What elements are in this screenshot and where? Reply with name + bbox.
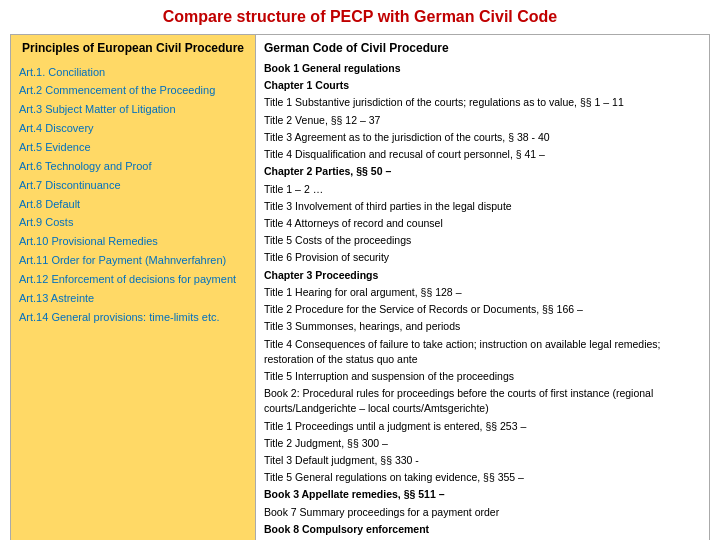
right-panel-header: German Code of Civil Procedure — [264, 41, 701, 55]
left-list-item[interactable]: Art.9 Costs — [19, 215, 247, 230]
right-content-line: Book 7 Summary proceedings for a payment… — [264, 505, 701, 520]
right-content-line: Title 4 Consequences of failure to take … — [264, 337, 701, 367]
left-list-item[interactable]: Art.10 Provisional Remedies — [19, 234, 247, 249]
right-content-line: Title 4 Disqualification and recusal of … — [264, 147, 701, 162]
right-content-line: Chapter 2 Parties, §§ 50 – — [264, 164, 701, 179]
right-content-line: Title 2 Judgment, §§ 300 – — [264, 436, 701, 451]
left-items-list: Art.1. ConciliationArt.2 Commencement of… — [19, 65, 247, 325]
right-content-line: Title 6 Provision of security — [264, 250, 701, 265]
page: Compare structure of PECP with German Ci… — [0, 0, 720, 540]
right-content-line: Title 1 Hearing for oral argument, §§ 12… — [264, 285, 701, 300]
right-content-line: Title 3 Summonses, hearings, and periods — [264, 319, 701, 334]
left-list-item[interactable]: Art.12 Enforcement of decisions for paym… — [19, 272, 247, 287]
left-list-item[interactable]: Art.11 Order for Payment (Mahnverfahren) — [19, 253, 247, 268]
left-list-item[interactable]: Art.14 General provisions: time-limits e… — [19, 310, 247, 325]
left-list-item[interactable]: Art.13 Astreinte — [19, 291, 247, 306]
right-content-line: Book 8 Compulsory enforcement — [264, 522, 701, 537]
right-content-line: Title 5 Interruption and suspension of t… — [264, 369, 701, 384]
left-list-item[interactable]: Art.1. Conciliation — [19, 65, 247, 80]
right-content-line: Book 3 Appellate remedies, §§ 511 – — [264, 487, 701, 502]
right-content-line: Title 2 Venue, §§ 12 – 37 — [264, 113, 701, 128]
left-list-item[interactable]: Art.5 Evidence — [19, 140, 247, 155]
left-list-item[interactable]: Art.3 Subject Matter of Litigation — [19, 102, 247, 117]
left-list-item[interactable]: Art.2 Commencement of the Proceeding — [19, 83, 247, 98]
right-content-line: Title 2 Procedure for the Service of Rec… — [264, 302, 701, 317]
left-panel: Principles of European Civil Procedure A… — [11, 35, 256, 540]
right-content-line: Book 2: Procedural rules for proceedings… — [264, 386, 701, 416]
right-content-line: Title 4 Attorneys of record and counsel — [264, 216, 701, 231]
right-content-line: Chapter 1 Courts — [264, 78, 701, 93]
left-list-item[interactable]: Art.4 Discovery — [19, 121, 247, 136]
right-panel: German Code of Civil Procedure Book 1 Ge… — [256, 35, 709, 540]
right-content-line: Title 1 – 2 … — [264, 182, 701, 197]
page-title: Compare structure of PECP with German Ci… — [10, 8, 710, 26]
right-content-area: Book 1 General regulationsChapter 1 Cour… — [264, 61, 701, 540]
right-content-line: Title 1 Substantive jurisdiction of the … — [264, 95, 701, 110]
right-content-line: Title 3 Involvement of third parties in … — [264, 199, 701, 214]
right-content-line: Title 5 Costs of the proceedings — [264, 233, 701, 248]
right-content-line: Titel 3 Default judgment, §§ 330 - — [264, 453, 701, 468]
left-list-item[interactable]: Art.6 Technology and Proof — [19, 159, 247, 174]
left-list-item[interactable]: Art.7 Discontinuance — [19, 178, 247, 193]
right-content-line: Title 5 General regulations on taking ev… — [264, 470, 701, 485]
left-list-item[interactable]: Art.8 Default — [19, 197, 247, 212]
left-panel-header: Principles of European Civil Procedure — [19, 41, 247, 57]
right-content-line: Title 3 Agreement as to the jurisdiction… — [264, 130, 701, 145]
right-content-line: Chapter 3 Proceedings — [264, 268, 701, 283]
content-area: Principles of European Civil Procedure A… — [10, 34, 710, 540]
right-content-line: Book 1 General regulations — [264, 61, 701, 76]
right-content-line: Title 1 Proceedings until a judgment is … — [264, 419, 701, 434]
